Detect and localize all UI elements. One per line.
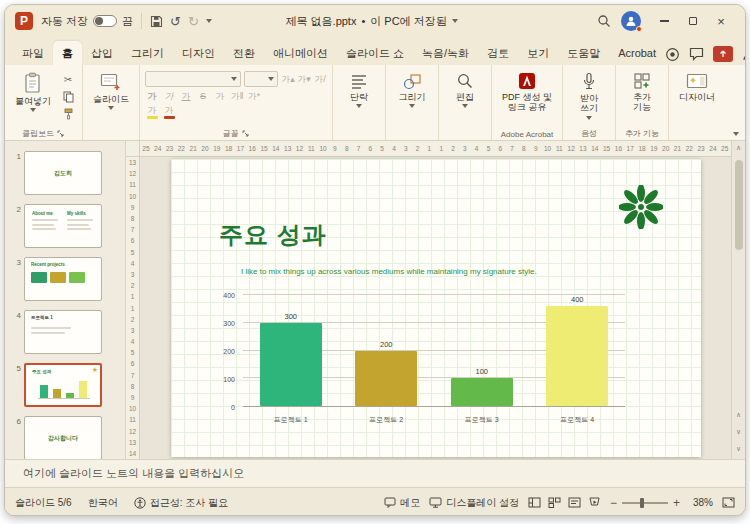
- clear-formatting-icon[interactable]: 가/: [313, 72, 327, 86]
- fit-slide-to-window-icon[interactable]: [722, 497, 735, 508]
- paragraph-dropdown-icon[interactable]: [356, 104, 362, 108]
- display-settings-button[interactable]: 디스플레이 설정: [429, 496, 519, 510]
- drawing-dropdown-icon[interactable]: [409, 104, 415, 108]
- people-icon[interactable]: [742, 48, 746, 61]
- designer-button[interactable]: 디자이너: [674, 70, 720, 104]
- change-case-icon[interactable]: 가*: [247, 89, 261, 103]
- customize-quick-access-icon[interactable]: [206, 19, 212, 23]
- drawing-button[interactable]: 그리기: [391, 70, 433, 110]
- cut-icon[interactable]: ✂: [59, 72, 77, 87]
- paragraph-button[interactable]: 단락: [338, 70, 380, 110]
- tab-record[interactable]: 녹음/녹화: [413, 41, 478, 65]
- scroll-up-icon[interactable]: ∧: [736, 141, 741, 154]
- chart-bar-1[interactable]: [260, 323, 322, 406]
- clipboard-dialog-launcher-icon[interactable]: [57, 130, 65, 138]
- undo-icon[interactable]: ↺: [170, 15, 181, 28]
- editing-dropdown-icon[interactable]: [462, 104, 468, 108]
- search-icon[interactable]: [597, 14, 611, 28]
- tab-review[interactable]: 검토: [478, 41, 518, 65]
- font-color-icon[interactable]: 가: [162, 105, 176, 119]
- user-avatar[interactable]: [621, 11, 641, 31]
- slide-thumbnail-3[interactable]: Recent projects: [24, 257, 102, 301]
- paste-dropdown-icon[interactable]: [30, 108, 36, 112]
- tab-transitions[interactable]: 전환: [224, 41, 264, 65]
- accessibility-status[interactable]: 접근성: 조사 필요: [134, 496, 228, 510]
- scrollbar-thumb[interactable]: [735, 160, 743, 250]
- tab-acrobat[interactable]: Acrobat: [609, 41, 665, 65]
- tab-insert[interactable]: 삽입: [82, 41, 122, 65]
- strikethrough-icon[interactable]: S: [196, 89, 210, 103]
- record-icon[interactable]: [665, 47, 680, 62]
- tab-animations[interactable]: 애니메이션: [264, 41, 337, 65]
- dictate-button[interactable]: 받아쓰기: [568, 70, 610, 122]
- autosave-toggle[interactable]: [93, 15, 117, 27]
- zoom-slider-thumb[interactable]: [640, 498, 644, 508]
- text-highlight-color-icon[interactable]: 가: [145, 105, 159, 119]
- dictate-dropdown-icon[interactable]: [586, 116, 592, 120]
- addins-button[interactable]: 추가기능: [621, 70, 663, 115]
- notes-toggle-button[interactable]: 메모: [384, 496, 420, 510]
- editing-button[interactable]: 편집: [444, 70, 486, 110]
- powerpoint-app-icon[interactable]: P: [15, 12, 33, 30]
- tab-help[interactable]: 도움말: [558, 41, 609, 65]
- save-icon[interactable]: [150, 15, 163, 28]
- slide-thumbnail-5[interactable]: 주요 성과★: [24, 363, 102, 407]
- autosave-control[interactable]: 자동 저장 끔: [41, 14, 133, 29]
- slide-title[interactable]: 주요 성과: [219, 219, 327, 251]
- minimize-button[interactable]: [651, 9, 679, 33]
- tab-draw[interactable]: 그리기: [122, 41, 173, 65]
- flower-decoration[interactable]: [619, 185, 663, 229]
- font-dialog-launcher-icon[interactable]: [242, 130, 250, 138]
- next-slide-icon[interactable]: ∨: [736, 425, 741, 438]
- slide-thumbnail-1[interactable]: 김도희: [24, 151, 102, 195]
- copy-icon[interactable]: [59, 89, 77, 104]
- paste-button[interactable]: 붙여넣기: [10, 70, 56, 114]
- language-button[interactable]: 한국어: [88, 496, 118, 510]
- format-painter-icon[interactable]: [59, 106, 77, 121]
- slide-thumbnail-4[interactable]: 프로젝트 1: [24, 310, 102, 354]
- grow-font-icon[interactable]: 가▴: [281, 72, 295, 86]
- shrink-font-icon[interactable]: 가▾: [297, 72, 311, 86]
- chart-bar-2[interactable]: [355, 351, 417, 407]
- close-button[interactable]: ×: [707, 9, 735, 33]
- slide-thumbnail-6[interactable]: 감사합니다: [24, 416, 102, 459]
- zoom-in-icon[interactable]: +: [673, 497, 680, 509]
- font-name-combo[interactable]: [145, 71, 241, 87]
- document-title[interactable]: 제목 없음.pptx • 이 PC에 저장됨: [286, 14, 458, 29]
- slide-thumbnail-2[interactable]: About meMy skills: [24, 204, 102, 248]
- tab-slideshow[interactable]: 슬라이드 쇼: [337, 41, 413, 65]
- character-spacing-icon[interactable]: 가‖: [230, 89, 244, 103]
- scroll-down-icon[interactable]: ∨: [736, 442, 741, 455]
- reading-view-icon[interactable]: [568, 497, 581, 508]
- notes-pane[interactable]: 여기에 슬라이드 노트의 내용을 입력하십시오: [5, 459, 745, 487]
- slide-subtitle[interactable]: I like to mix things up across various m…: [241, 267, 537, 276]
- slideshow-icon[interactable]: [588, 497, 601, 508]
- redo-icon[interactable]: ↻: [188, 15, 199, 28]
- tab-file[interactable]: 파일: [13, 41, 53, 65]
- previous-slide-icon[interactable]: ∧: [736, 408, 741, 421]
- font-size-combo[interactable]: [244, 71, 278, 87]
- slide-canvas[interactable]: 주요 성과 I like to mix things up across var…: [171, 159, 701, 457]
- tab-design[interactable]: 디자인: [173, 41, 224, 65]
- bar-chart[interactable]: 0100200300400 300200100400 프로젝트 1프로젝트 2프…: [205, 287, 641, 433]
- zoom-slider[interactable]: [622, 502, 668, 504]
- chart-bar-3[interactable]: [451, 378, 513, 406]
- tab-home[interactable]: 홈: [53, 41, 82, 65]
- slide-sorter-icon[interactable]: [548, 497, 561, 508]
- tab-view[interactable]: 보기: [518, 41, 558, 65]
- comments-icon[interactable]: [689, 47, 704, 61]
- new-slide-button[interactable]: 슬라이드: [88, 70, 134, 112]
- zoom-out-icon[interactable]: −: [610, 497, 617, 509]
- underline-icon[interactable]: 가: [179, 89, 193, 103]
- bold-icon[interactable]: 가: [145, 89, 159, 103]
- vertical-scrollbar[interactable]: ∧ ∧ ∨ ∨: [731, 141, 745, 459]
- italic-icon[interactable]: 가: [162, 89, 176, 103]
- collapse-ribbon-icon[interactable]: [733, 132, 739, 136]
- text-shadow-icon[interactable]: 가: [213, 89, 227, 103]
- zoom-level[interactable]: 38%: [689, 497, 713, 508]
- maximize-button[interactable]: [679, 9, 707, 33]
- normal-view-icon[interactable]: [528, 497, 541, 508]
- share-button[interactable]: [713, 46, 733, 62]
- create-pdf-button[interactable]: PDF 생성 및링크 공유: [497, 70, 557, 115]
- new-slide-dropdown-icon[interactable]: [108, 106, 114, 110]
